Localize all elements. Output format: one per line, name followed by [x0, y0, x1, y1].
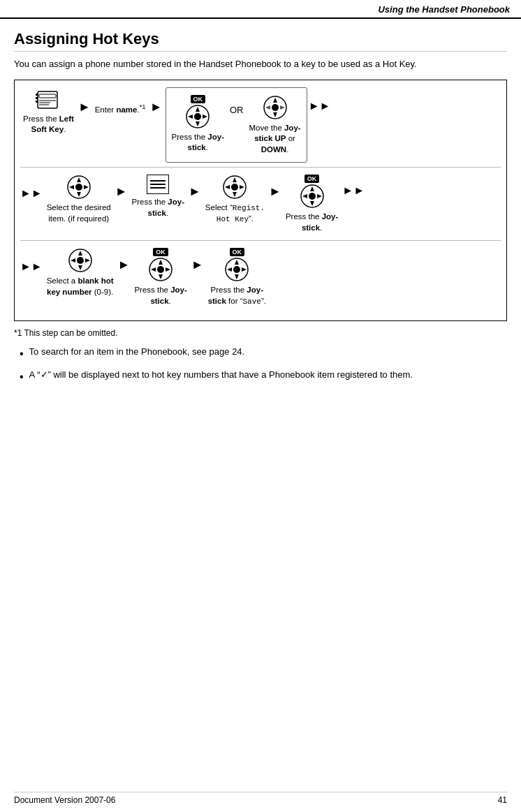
row3-step3-label: Press the Joy-stick for “Save”.: [208, 285, 266, 307]
svg-marker-39: [78, 251, 82, 256]
svg-marker-10: [196, 121, 200, 126]
bullet-dot-1: •: [20, 346, 24, 362]
bullet-text-2: A “✓” will be displayed next to hot key …: [29, 368, 413, 382]
row3-step2-label: Press the Joy-stick.: [134, 285, 186, 307]
svg-rect-6: [36, 97, 38, 99]
svg-marker-45: [159, 260, 163, 265]
svg-marker-15: [273, 98, 277, 103]
svg-marker-28: [233, 192, 237, 197]
row2-start-arrow: ►►: [20, 187, 43, 200]
or-label: OR: [230, 105, 244, 115]
svg-marker-51: [235, 260, 239, 265]
header-title: Using the Handset Phonebook: [378, 4, 510, 15]
row2-step4: OK Press the Joy-stick.: [283, 172, 341, 236]
arrow-3: ►: [114, 184, 129, 199]
arrow-6: ►: [117, 258, 132, 272]
row3-wrapper: ►► Select a blank hotkey: [20, 245, 501, 309]
phonebook-icon: [35, 90, 61, 111]
main-content: Assigning Hot Keys You can assign a phon…: [0, 19, 521, 419]
bullet-item-1: • To search for an item in the Phonebook…: [20, 345, 507, 362]
svg-marker-34: [310, 201, 314, 206]
joy-ok-container-3: OK: [148, 248, 173, 282]
svg-marker-35: [302, 194, 307, 198]
svg-marker-29: [225, 185, 230, 189]
row3-cells: Select a blank hotkey number (0-9). ► OK: [44, 245, 501, 309]
intro-text: You can assign a phone number stored in …: [14, 57, 507, 71]
diagram-row-2: ►► Select the desireditem: [20, 167, 501, 236]
svg-marker-52: [235, 274, 239, 279]
arrow-7: ►: [190, 258, 205, 272]
svg-marker-46: [159, 274, 163, 279]
diagram-row-1: Press the LeftSoft Key. ► Enter name.*1 …: [20, 87, 501, 163]
svg-point-31: [231, 184, 238, 191]
joystick-icon-5: [300, 184, 325, 209]
svg-marker-36: [317, 194, 322, 198]
row3-step1: Select a blank hotkey number (0-9).: [44, 245, 117, 300]
diagram-box: Press the LeftSoft Key. ► Enter name.*1 …: [14, 80, 507, 322]
svg-marker-24: [84, 185, 89, 189]
svg-rect-5: [36, 94, 38, 96]
joy-ok-container-2: OK: [300, 175, 325, 209]
arrow-1: ►: [77, 100, 92, 115]
svg-point-25: [75, 184, 82, 191]
row1-step3: OK Press the Joy-stick.: [169, 92, 227, 156]
svg-marker-42: [85, 258, 90, 263]
svg-marker-21: [77, 177, 81, 182]
row1-right-group: OK Press the Joy-stick.: [166, 87, 307, 163]
ok-badge-3: OK: [153, 248, 168, 256]
ok-badge-4: OK: [230, 248, 245, 256]
svg-marker-33: [310, 186, 314, 191]
row1-step2: Enter name.*1: [92, 87, 149, 118]
row2-cells: Select the desireditem. (if required) ►: [44, 172, 501, 236]
menu-icon: [147, 175, 169, 194]
row2-step1: Select the desireditem. (if required): [44, 172, 114, 227]
row1-cells: Press the LeftSoft Key. ► Enter name.*1 …: [20, 87, 501, 163]
svg-marker-9: [196, 107, 200, 112]
svg-marker-22: [77, 192, 81, 197]
row2-step1-label: Select the desireditem. (if required): [47, 202, 111, 224]
svg-marker-12: [203, 115, 207, 119]
end-arrow-1: ►►: [307, 100, 332, 112]
row2-step3: Select “Regist.Hot Key”.: [203, 172, 267, 228]
row1-step4-label: Move the Joy-stick UP orDOWN.: [249, 123, 300, 156]
page-header: Using the Handset Phonebook: [0, 0, 521, 19]
svg-point-19: [272, 104, 279, 111]
end-arrow-2: ►►: [341, 184, 366, 197]
row1-step3-label: Press the Joy-stick.: [172, 132, 224, 154]
svg-point-49: [157, 266, 164, 273]
row3-step1-label: Select a blank hotkey number (0-9).: [47, 276, 114, 297]
svg-marker-54: [242, 267, 247, 272]
svg-point-13: [194, 113, 201, 120]
svg-marker-23: [69, 185, 74, 189]
bullet-item-2: • A “✓” will be displayed next to hot ke…: [20, 368, 507, 385]
svg-rect-7: [36, 101, 38, 103]
footnote: *1 This step can be omitted.: [14, 328, 507, 338]
row1-step1: Press the LeftSoft Key.: [20, 87, 77, 138]
bullet-list: • To search for an item in the Phonebook…: [20, 345, 507, 385]
svg-marker-11: [188, 115, 193, 119]
svg-marker-16: [273, 112, 277, 117]
bullet-text-1: To search for an item in the Phonebook, …: [29, 345, 245, 359]
svg-point-43: [77, 257, 84, 264]
row1-step4: Move the Joy-stick UP orDOWN.: [246, 92, 303, 158]
joystick-icon-8: [224, 257, 249, 282]
row2-step4-label: Press the Joy-stick.: [286, 212, 338, 233]
svg-point-55: [233, 266, 240, 273]
arrow-2: ►: [149, 100, 164, 115]
row2-wrapper: ►► Select the desireditem: [20, 172, 501, 236]
arrow-4: ►: [187, 184, 203, 199]
page-footer: Document Version 2007-06 41: [14, 792, 507, 805]
svg-marker-30: [240, 185, 244, 189]
arrow-5: ►: [267, 184, 283, 199]
row2-step2-label: Press the Joy-stick.: [132, 197, 184, 219]
svg-marker-40: [78, 265, 82, 270]
ok-badge-1: OK: [191, 95, 206, 103]
joy-ok-container-4: OK: [224, 248, 249, 282]
row3-start-arrow: ►►: [20, 260, 43, 273]
row3-step2: OK Press the Joy-stick.: [131, 245, 189, 309]
footer-left: Document Version 2007-06: [14, 795, 115, 805]
row1-step2-label: Enter name.*1: [95, 103, 146, 115]
row3-step3: OK Press the Joy-stick for “: [205, 245, 269, 309]
svg-marker-48: [166, 267, 170, 272]
svg-marker-18: [280, 105, 285, 110]
